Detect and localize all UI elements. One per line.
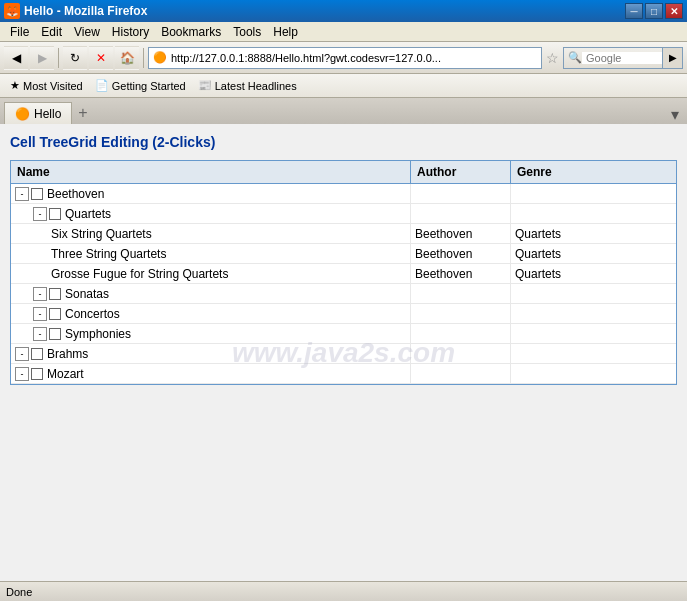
statusbar-text: Done [6, 586, 32, 598]
bookmark-label: Latest Headlines [215, 80, 297, 92]
row-name: Concertos [65, 307, 120, 321]
page-icon: 📄 [95, 79, 109, 92]
row-checkbox[interactable] [49, 328, 61, 340]
toolbar-separator2 [143, 48, 144, 68]
minimize-button[interactable]: ─ [625, 3, 643, 19]
rss-icon: 📰 [198, 79, 212, 92]
tab-scroll-button[interactable]: ▾ [671, 105, 683, 124]
table-row[interactable]: Six String QuartetsBeethovenQuartets [11, 224, 676, 244]
bookmark-label: Getting Started [112, 80, 186, 92]
genre-cell [511, 344, 591, 363]
star-icon: ★ [10, 79, 20, 92]
menu-bookmarks[interactable]: Bookmarks [155, 23, 227, 41]
tree-toggle[interactable]: - [33, 287, 47, 301]
page-title: Cell TreeGrid Editing (2-Clicks) [10, 134, 677, 150]
titlebar: 🦊 Hello - Mozilla Firefox ─ □ ✕ [0, 0, 687, 22]
genre-cell [511, 204, 591, 223]
author-cell [411, 364, 511, 383]
col-name: Name [11, 161, 411, 183]
col-genre: Genre [511, 161, 591, 183]
name-cell: Three String Quartets [11, 244, 411, 263]
home-button[interactable]: 🏠 [115, 46, 139, 70]
genre-cell [511, 284, 591, 303]
tab-bar: 🟠 Hello + ▾ [0, 98, 687, 124]
bookmark-getting-started[interactable]: 📄 Getting Started [91, 77, 190, 94]
page-icon: 🟠 [153, 51, 167, 64]
table-row[interactable]: Grosse Fugue for String QuartetsBeethove… [11, 264, 676, 284]
row-checkbox[interactable] [31, 368, 43, 380]
table-row[interactable]: -Sonatas [11, 284, 676, 304]
table-row[interactable]: -Concertos [11, 304, 676, 324]
author-cell [411, 304, 511, 323]
author-cell: Beethoven [411, 244, 511, 263]
stop-button[interactable]: ✕ [89, 46, 113, 70]
genre-cell [511, 364, 591, 383]
tree-grid: Name Author Genre -Beethoven-QuartetsSix… [10, 160, 677, 385]
author-cell [411, 284, 511, 303]
col-author: Author [411, 161, 511, 183]
row-checkbox[interactable] [49, 288, 61, 300]
app-icon: 🦊 [4, 3, 20, 19]
refresh-button[interactable]: ↻ [63, 46, 87, 70]
genre-cell: Quartets [511, 264, 591, 283]
genre-cell [511, 324, 591, 343]
search-box[interactable]: 🔍 ▶ [563, 47, 683, 69]
author-cell: Beethoven [411, 224, 511, 243]
author-cell [411, 324, 511, 343]
row-checkbox[interactable] [31, 348, 43, 360]
name-cell: -Quartets [11, 204, 411, 223]
name-cell: -Beethoven [11, 184, 411, 203]
search-submit-button[interactable]: ▶ [662, 48, 682, 68]
tree-toggle[interactable]: - [33, 327, 47, 341]
treegrid-body: -Beethoven-QuartetsSix String QuartetsBe… [11, 184, 676, 384]
bookmark-most-visited[interactable]: ★ Most Visited [6, 77, 87, 94]
address-text: http://127.0.0.1:8888/Hello.html?gwt.cod… [171, 52, 537, 64]
name-cell: -Sonatas [11, 284, 411, 303]
forward-button[interactable]: ▶ [30, 46, 54, 70]
table-row[interactable]: -Beethoven [11, 184, 676, 204]
address-bar: 🟠 http://127.0.0.1:8888/Hello.html?gwt.c… [148, 47, 542, 69]
bookmark-label: Most Visited [23, 80, 83, 92]
row-checkbox[interactable] [49, 308, 61, 320]
menu-tools[interactable]: Tools [227, 23, 267, 41]
menu-edit[interactable]: Edit [35, 23, 68, 41]
genre-cell [511, 304, 591, 323]
page-content: Cell TreeGrid Editing (2-Clicks) www.jav… [0, 124, 687, 581]
statusbar: Done [0, 581, 687, 601]
menu-history[interactable]: History [106, 23, 155, 41]
tree-toggle[interactable]: - [33, 307, 47, 321]
tree-toggle[interactable]: - [15, 367, 29, 381]
row-checkbox[interactable] [49, 208, 61, 220]
search-input[interactable] [582, 52, 662, 64]
table-row[interactable]: -Quartets [11, 204, 676, 224]
menu-view[interactable]: View [68, 23, 106, 41]
tree-toggle[interactable]: - [33, 207, 47, 221]
name-cell: Grosse Fugue for String Quartets [11, 264, 411, 283]
bookmark-latest-headlines[interactable]: 📰 Latest Headlines [194, 77, 301, 94]
back-button[interactable]: ◀ [4, 46, 28, 70]
row-checkbox[interactable] [31, 188, 43, 200]
menu-help[interactable]: Help [267, 23, 304, 41]
table-row[interactable]: -Symphonies [11, 324, 676, 344]
bookmark-star[interactable]: ☆ [546, 50, 559, 66]
titlebar-controls[interactable]: ─ □ ✕ [625, 3, 683, 19]
toolbar: ◀ ▶ ↻ ✕ 🏠 🟠 http://127.0.0.1:8888/Hello.… [0, 42, 687, 74]
menu-file[interactable]: File [4, 23, 35, 41]
tree-toggle[interactable]: - [15, 187, 29, 201]
table-row[interactable]: -Brahms [11, 344, 676, 364]
treegrid-header: Name Author Genre [11, 161, 676, 184]
row-name: Three String Quartets [51, 247, 166, 261]
tab-label: Hello [34, 107, 61, 121]
close-button[interactable]: ✕ [665, 3, 683, 19]
row-name: Sonatas [65, 287, 109, 301]
row-name: Six String Quartets [51, 227, 152, 241]
new-tab-button[interactable]: + [72, 102, 93, 124]
search-icon: 🔍 [568, 51, 582, 64]
maximize-button[interactable]: □ [645, 3, 663, 19]
tree-toggle[interactable]: - [15, 347, 29, 361]
table-row[interactable]: -Mozart [11, 364, 676, 384]
table-row[interactable]: Three String QuartetsBeethovenQuartets [11, 244, 676, 264]
row-name: Beethoven [47, 187, 104, 201]
titlebar-title: Hello - Mozilla Firefox [24, 4, 147, 18]
tab-hello[interactable]: 🟠 Hello [4, 102, 72, 124]
